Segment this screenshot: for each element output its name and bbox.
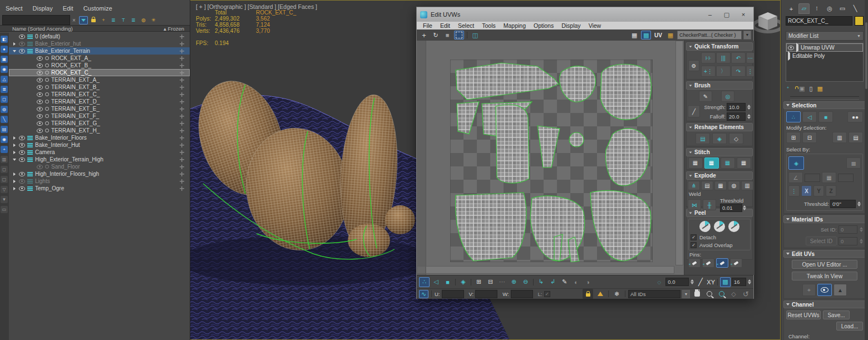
filter-funnel-icon[interactable] [79, 16, 88, 24]
edit-uvws-titlebar[interactable]: Edit UVWs – ▢ × [417, 7, 753, 22]
visibility-eye-icon[interactable] [37, 114, 43, 119]
object-color-swatch[interactable] [855, 16, 864, 26]
frozen-toggle-icon[interactable] [180, 49, 184, 53]
frozen-toggle-icon[interactable] [180, 100, 184, 104]
transform-gizmo-button[interactable]: ⚙ [688, 60, 699, 71]
display-filter-icon[interactable]: ≣ [1, 86, 8, 93]
rotate-angle-field[interactable]: 0.0 [665, 278, 689, 286]
frozen-toggle-icon[interactable] [180, 92, 184, 97]
visibility-eye-icon[interactable] [19, 42, 25, 46]
display-filter-icon[interactable]: ▽ [1, 186, 8, 193]
element-mode-icon[interactable]: ◈ [458, 277, 468, 287]
grow-selection-icon[interactable]: ⊞ [474, 277, 484, 287]
display-filter-icon[interactable]: ╲ [1, 116, 8, 123]
display-filter-icon[interactable]: ● [1, 46, 8, 53]
cp-face-mode-icon[interactable]: ■ [818, 111, 833, 122]
align-column-button[interactable]: ⋮ [746, 66, 754, 77]
display-filter-icon[interactable]: ◧ [1, 36, 8, 43]
checker-map-icon[interactable]: ▦ [665, 31, 675, 40]
expand-arrow-icon[interactable] [12, 159, 17, 161]
list-item[interactable]: TERRAIN_EXT_H_ [9, 127, 190, 134]
xy-axis-label[interactable]: XY [707, 279, 715, 285]
display-filter-icon[interactable]: ◻ [1, 166, 8, 173]
modifier-expand-icon[interactable] [796, 45, 798, 51]
frozen-toggle-icon[interactable] [180, 129, 184, 133]
reshape-cube-teal-icon[interactable]: ◈ [712, 133, 727, 144]
menu-item-display[interactable]: Display [558, 22, 584, 29]
select-by-normal-icon[interactable]: ⋮ [788, 185, 800, 196]
lock-aspect-checkbox[interactable]: ✓ [544, 291, 550, 297]
display-filter-icon[interactable]: ▼ [1, 196, 8, 203]
face-mode-icon[interactable]: ■ [442, 277, 453, 287]
tab-display[interactable]: ▭ [837, 3, 848, 14]
modifier-list-dropdown[interactable]: Modifier List ▼ [786, 31, 864, 41]
explode-header[interactable]: Explode [686, 171, 753, 180]
visibility-eye-icon[interactable] [19, 136, 25, 140]
expand-arrow-icon[interactable] [12, 42, 17, 46]
list-item[interactable]: ROCK_EXT_C_ [9, 69, 190, 76]
expand-arrow-icon[interactable] [12, 151, 17, 154]
rename-icon[interactable]: T [119, 16, 128, 24]
clear-search-icon[interactable]: × [72, 17, 76, 23]
layers-icon[interactable]: ≣ [109, 16, 118, 24]
weld-threshold-spinner[interactable] [743, 205, 746, 210]
stitch-to-target-icon[interactable]: ▦ [704, 157, 719, 169]
peel-mode-icon[interactable] [714, 221, 725, 232]
display-filter-icon[interactable]: ▥ [1, 156, 8, 163]
visibility-eye-icon[interactable] [37, 129, 43, 133]
edge-slash-icon[interactable]: ╱ [695, 277, 706, 287]
menu-item-customize[interactable]: Customize [83, 5, 112, 12]
frozen-toggle-icon[interactable] [180, 165, 184, 169]
menu-item-tools[interactable]: Tools [478, 22, 500, 29]
reshape-grid-icon[interactable]: ▤ [696, 133, 710, 144]
name-column-header[interactable]: Name (Sorted Ascending) [12, 26, 73, 32]
texture-dropdown[interactable]: CheckerPatt...( Checker ) [677, 31, 742, 40]
menu-item-display[interactable]: Display [33, 5, 53, 12]
select-by-planar-icon[interactable]: ▦ [822, 172, 836, 183]
tab-motion[interactable]: ◎ [824, 3, 835, 14]
falloff-spinner[interactable] [747, 114, 751, 119]
frozen-toggle-icon[interactable] [180, 186, 184, 191]
explode-smooth-icon[interactable]: ▥ [741, 181, 753, 190]
frozen-toggle-icon[interactable] [180, 157, 184, 162]
uv-canvas[interactable] [417, 41, 684, 275]
select-corner2-icon[interactable]: ↲ [548, 277, 558, 287]
visibility-eye-icon[interactable] [19, 150, 25, 155]
save-button[interactable]: Save... [823, 311, 850, 319]
menu-item-file[interactable]: File [419, 22, 436, 29]
frozen-toggle-icon[interactable] [180, 143, 184, 147]
tab-modify[interactable]: ▱ [798, 3, 810, 14]
edge-loop-icon[interactable]: ⋯ [497, 277, 507, 287]
visibility-eye-icon[interactable] [37, 78, 43, 82]
show-grid-icon[interactable]: ▦ [629, 31, 639, 40]
frozen-toggle-icon[interactable] [180, 179, 184, 184]
pin-clear-icon[interactable] [730, 258, 742, 268]
frozen-toggle-icon[interactable] [180, 42, 184, 46]
axis-z-button[interactable]: Z [826, 185, 836, 196]
visibility-eye-icon[interactable] [37, 92, 43, 97]
frozen-toggle-icon[interactable] [180, 107, 184, 111]
vertex-mode-icon[interactable]: ∴ [419, 277, 430, 287]
menu-item-select[interactable]: Select [6, 5, 23, 12]
zoom-region-icon[interactable] [716, 289, 727, 299]
show-map-icon[interactable]: ▩ [641, 31, 651, 40]
select-corner1-icon[interactable]: ↳ [536, 277, 546, 287]
align-row-button[interactable]: ⋯ [746, 52, 754, 63]
list-item[interactable]: TERRAIN_EXT_C_ [9, 91, 190, 98]
loop-selection-icon[interactable]: ▤ [849, 132, 863, 143]
reshape-elements-header[interactable]: Reshape Elements [686, 123, 753, 131]
snap-grid-icon[interactable]: ▩ [720, 277, 731, 287]
menu-item-options[interactable]: Options [530, 22, 558, 29]
paint-shrink-icon[interactable]: ◑ [583, 277, 593, 287]
menu-item-select[interactable]: Select [454, 22, 478, 29]
modifier-expand-icon[interactable] [788, 53, 790, 59]
weld-threshold-field[interactable]: 0.01 [720, 204, 742, 212]
display-filter-icon[interactable]: ▣ [1, 56, 8, 63]
texture-dropdown-arrow[interactable]: ▼ [743, 31, 751, 40]
display-filter-icon[interactable]: + [1, 146, 8, 153]
open-uv-editor-button[interactable]: Open UV Editor ... [792, 260, 857, 269]
frozen-toggle-icon[interactable] [180, 121, 184, 126]
material-ids-header[interactable]: Material IDs [783, 215, 866, 223]
expand-arrow-icon[interactable] [12, 173, 17, 176]
radiosity-icon[interactable]: ✳ [149, 16, 158, 24]
